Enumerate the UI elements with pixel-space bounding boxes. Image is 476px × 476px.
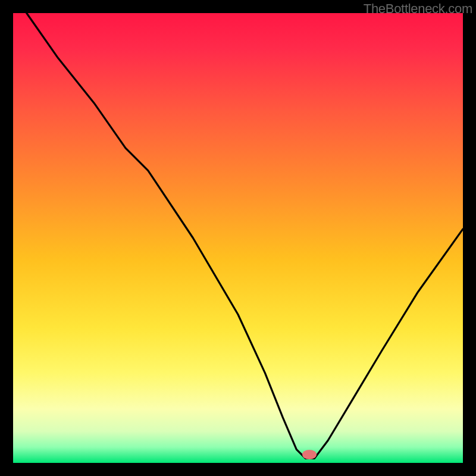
plot-area — [13, 13, 463, 463]
chart-stage: TheBottleneck.com — [0, 0, 476, 476]
optimal-marker — [302, 450, 317, 459]
bottleneck-chart — [0, 0, 476, 476]
watermark: TheBottleneck.com — [364, 1, 472, 17]
